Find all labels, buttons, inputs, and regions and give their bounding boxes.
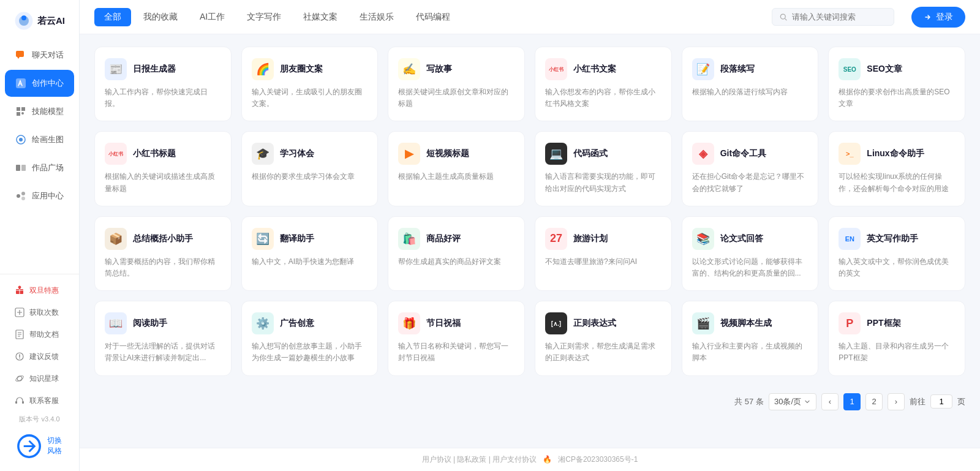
card-header: [∧.] 正则表达式 — [545, 312, 662, 334]
sidebar-label-feedback: 建议反馈 — [29, 352, 59, 362]
card-good_review[interactable]: 🛍️ 商品好评 帮你生成超真实的商品好评文案 — [388, 216, 525, 291]
card-header: P PPT框架 — [839, 312, 955, 334]
main-content: 全部 我的收藏 AI工作 文字写作 社媒文案 生活娱乐 代码编程 登录 — [80, 0, 980, 471]
card-desc: 还在担心Git命令老是忘记？哪里不会的找它就够了 — [692, 171, 809, 194]
card-header: 💻 代码函式 — [545, 143, 662, 165]
card-translate[interactable]: 🔄 翻译助手 输入中文，AI助手快速为您翻译 — [241, 216, 379, 291]
svg-rect-7 — [16, 165, 20, 171]
apps-icon — [15, 190, 27, 202]
card-short_video[interactable]: ▶ 短视频标题 根据输入主题生成高质量标题 — [388, 131, 525, 206]
card-daily_report[interactable]: 📰 日报生成器 输入工作内容，帮你快速完成日报。 — [94, 47, 232, 121]
card-header: 🌈 朋友圈文案 — [252, 58, 368, 80]
card-reading[interactable]: 📖 阅读助手 对于一些无法理解的话，提供对话背景让AI来进行解读并制定出... — [94, 301, 232, 375]
card-story[interactable]: ✍️ 写故事 根据关键词生成原创文章和对应的标题 — [388, 47, 525, 121]
card-desc: 输入行业和主要内容，生成视频的脚本 — [692, 341, 809, 364]
card-desc: 帮你生成超真实的商品好评文案 — [398, 256, 514, 268]
svg-point-2 — [21, 15, 26, 20]
card-linux[interactable]: >_ Linux命令助手 可以轻松实现linux系统的任何操作，还会解析每个命令… — [828, 131, 965, 206]
sidebar-item-skills[interactable]: 技能模型 — [5, 98, 74, 125]
card-title: 英文写作助手 — [867, 233, 918, 244]
page-1-button[interactable]: 1 — [843, 393, 861, 410]
card-festival[interactable]: 🎁 节日祝福 输入节日名称和关键词，帮您写一封节日祝福 — [388, 301, 525, 375]
card-xhs_title[interactable]: 小红书 小红书标题 根据输入的关键词或描述生成高质量标题 — [94, 131, 232, 206]
page-2-button[interactable]: 2 — [865, 393, 883, 410]
card-title: 广告创意 — [280, 318, 314, 329]
card-desc: 输入想写的创意故事主题，小助手为你生成一篇妙趣横生的小故事 — [252, 341, 368, 364]
card-header: SEO SEO文章 — [839, 58, 955, 80]
card-video_script[interactable]: 🎬 视频脚本生成 输入行业和主要内容，生成视频的脚本 — [682, 301, 819, 375]
card-desc: 可以轻松实现linux系统的任何操作，还会解析每个命令对应的用途 — [839, 171, 955, 194]
tab-coding[interactable]: 代码编程 — [406, 8, 460, 26]
goto-page-input[interactable] — [930, 394, 952, 409]
card-title: 视频脚本生成 — [720, 318, 772, 329]
tab-list: 全部 我的收藏 AI工作 文字写作 社媒文案 生活娱乐 代码编程 — [94, 8, 460, 26]
sidebar-item-special[interactable]: 双旦特惠 — [5, 280, 74, 301]
card-essay[interactable]: 📚 论文式回答 以论文形式讨论问题，能够获得丰富的、结构化的和更高质量的回... — [682, 216, 819, 291]
sidebar-item-knowledge[interactable]: 知识星球 — [5, 368, 74, 390]
total-count: 共 57 条 — [734, 396, 764, 407]
card-desc: 不知道去哪里旅游?来问问AI — [545, 256, 662, 268]
sidebar-item-credits[interactable]: 获取次数 — [5, 302, 74, 323]
svg-rect-20 — [22, 401, 24, 404]
card-header: 📖 阅读助手 — [105, 312, 221, 334]
card-title: 节日祝福 — [426, 318, 461, 329]
cards-content: 📰 日报生成器 输入工作内容，帮你快速完成日报。 🌈 朋友圈文案 输入关键词，生… — [80, 34, 980, 448]
card-icon: EN — [839, 228, 861, 250]
card-title: 朋友圈文案 — [280, 64, 323, 75]
card-xiaohongshu[interactable]: 小红书 小红书文案 输入你想发布的内容，帮你生成小红书风格文案 — [535, 47, 672, 121]
card-ad_creative[interactable]: ⚙️ 广告创意 输入想写的创意故事主题，小助手为你生成一篇妙趣横生的小故事 — [241, 301, 379, 375]
card-icon: 📦 — [105, 228, 127, 250]
tab-writing[interactable]: 文字写作 — [237, 8, 291, 26]
card-english[interactable]: EN 英文写作助手 输入英文或中文，帮你润色成优美的英文 — [828, 216, 965, 291]
card-moments[interactable]: 🌈 朋友圈文案 输入关键词，生成吸引人的朋友圈文案。 — [241, 47, 379, 121]
sidebar-label-special: 双旦特惠 — [29, 285, 59, 296]
sidebar-item-appstore[interactable]: 应用中心 — [5, 183, 74, 209]
tab-all[interactable]: 全部 — [94, 8, 131, 26]
card-summary[interactable]: 📦 总结概括小助手 输入需要概括的内容，我们帮你精简总结。 — [94, 216, 232, 291]
card-code_func[interactable]: 💻 代码函式 输入语言和需要实现的功能，即可给出对应的代码实现方式 — [535, 131, 672, 206]
card-study[interactable]: 🎓 学习体会 根据你的要求生成学习体会文章 — [241, 131, 379, 206]
sidebar-item-support[interactable]: 联系客服 — [5, 390, 74, 412]
svg-rect-19 — [15, 401, 17, 404]
card-ppt[interactable]: P PPT框架 输入主题、目录和内容生成另一个PPT框架 — [828, 301, 965, 375]
footer-beian: 湘CP备2023030365号-1 — [558, 455, 638, 464]
tab-favorites[interactable]: 我的收藏 — [134, 8, 187, 26]
card-title: 总结概括小助手 — [133, 233, 193, 244]
switch-style-label: 切换风格 — [47, 435, 64, 456]
sidebar-item-creation[interactable]: 创作中心 — [5, 70, 74, 97]
card-desc: 根据你的要求生成学习体会文章 — [252, 171, 368, 183]
footer-payment[interactable]: 用户支付协议 — [492, 455, 537, 464]
tab-ai-work[interactable]: AI工作 — [190, 8, 235, 26]
tab-entertainment[interactable]: 生活娱乐 — [350, 8, 404, 26]
footer-user-agreement[interactable]: 用户协议 — [422, 455, 451, 464]
card-icon: 💻 — [545, 143, 567, 165]
card-paragraph[interactable]: 📝 段落续写 根据输入的段落进行续写内容 — [682, 47, 819, 121]
card-header: ◈ Git命令工具 — [692, 143, 809, 165]
sidebar-item-drawing[interactable]: 绘画生图 — [5, 126, 74, 153]
card-title: 学习体会 — [280, 148, 314, 159]
prev-page-button[interactable]: ‹ — [821, 393, 839, 410]
card-travel[interactable]: 27 旅游计划 不知道去哪里旅游?来问问AI — [535, 216, 672, 291]
sidebar-item-works[interactable]: 作品广场 — [5, 154, 74, 181]
card-seo[interactable]: SEO SEO文章 根据你的要求创作出高质量的SEO文章 — [828, 47, 965, 121]
footer-privacy[interactable]: 隐私政策 — [457, 455, 486, 464]
tab-social[interactable]: 社媒文案 — [293, 8, 347, 26]
card-grid: 📰 日报生成器 输入工作内容，帮你快速完成日报。 🌈 朋友圈文案 输入关键词，生… — [94, 47, 965, 376]
search-box[interactable] — [772, 8, 894, 26]
next-page-button[interactable]: › — [888, 393, 905, 410]
sidebar-item-feedback[interactable]: 建议反馈 — [5, 346, 74, 367]
svg-rect-3 — [16, 51, 24, 57]
main-nav: 聊天对话 创作中心 技能模型 绘画生图 — [0, 40, 79, 274]
nav-label-skills: 技能模型 — [32, 106, 64, 117]
card-regex[interactable]: [∧.] 正则表达式 输入正则需求，帮您生成满足需求的正则表达式 — [535, 301, 672, 375]
card-title: Linux命令助手 — [867, 148, 924, 159]
sidebar-item-docs[interactable]: 帮助文档 — [5, 324, 74, 345]
per-page-select[interactable]: 30条/页 — [769, 393, 816, 410]
card-git[interactable]: ◈ Git命令工具 还在担心Git命令老是忘记？哪里不会的找它就够了 — [682, 131, 819, 206]
search-input[interactable] — [792, 12, 886, 21]
switch-style-button[interactable]: 切换风格 — [5, 427, 74, 465]
sidebar-item-chat[interactable]: 聊天对话 — [5, 42, 74, 69]
sidebar: 若云AI 聊天对话 创作中心 技能模型 — [0, 0, 80, 471]
sidebar-label-knowledge: 知识星球 — [29, 374, 59, 384]
login-button[interactable]: 登录 — [911, 7, 965, 28]
